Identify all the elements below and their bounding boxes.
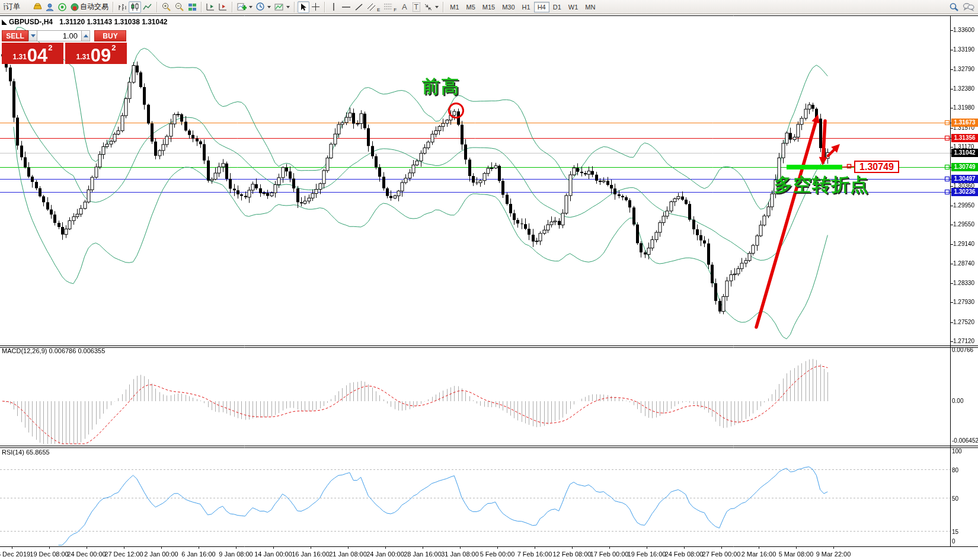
time-tick-label: 5 Mar 08:00 (779, 551, 814, 558)
toolbar: 新订单 自动交易 (0, 0, 978, 14)
sell-price-big: 04 (27, 48, 47, 63)
horizontal-line-button[interactable] (340, 1, 353, 13)
rsi-label: RSI(14) 65.8655 (2, 449, 50, 456)
price-tick-label: 1.33600 (953, 27, 974, 33)
annotation-turning-point: 多空转折点 (774, 172, 869, 197)
timeframe-d1[interactable]: D1 (549, 2, 565, 12)
time-tick-label: 7 Feb 16:00 (517, 551, 552, 558)
buy-button[interactable]: BUY (94, 30, 126, 41)
bar-chart-icon (118, 3, 127, 11)
zoom-out-button[interactable] (173, 1, 186, 13)
profile-icon[interactable] (44, 1, 56, 13)
timeframe-m1[interactable]: M1 (446, 2, 462, 12)
auto-scroll-button[interactable] (217, 1, 229, 13)
gold-block-icon[interactable] (31, 1, 44, 13)
clock-icon (256, 2, 265, 11)
timeframe-h1[interactable]: H1 (519, 2, 534, 12)
toolbar-separator (113, 2, 114, 12)
time-tick-label: 27 Feb 00:00 (702, 551, 741, 558)
price-tick-label: 1.27520 (953, 319, 974, 325)
autotrade-button[interactable]: 自动交易 (69, 1, 110, 13)
fibonacci-button[interactable]: F (382, 1, 398, 13)
time-tick-label: 24 Jan 00:00 (366, 551, 404, 558)
time-tick-label: 19 Feb 16:00 (628, 551, 666, 558)
trade-panel-row2: 1.31 04 2 1.31 09 2 (2, 43, 130, 64)
price-tick-label: 1.27120 (953, 338, 974, 344)
sell-price-box[interactable]: 1.31 04 2 (2, 43, 63, 64)
price-tick-label: 1.29950 (953, 202, 974, 209)
channel-button[interactable]: E (365, 1, 382, 13)
annotation-red-circle-icon (448, 103, 464, 119)
new-order-label: 新订单 (4, 2, 20, 12)
time-tick-label: 24 Dec 00:00 (67, 551, 106, 558)
templates-button[interactable] (273, 1, 292, 13)
annotation-prev-high: 前高 (422, 75, 460, 99)
signal-glyph (58, 3, 67, 11)
autotrade-label: 自动交易 (80, 2, 108, 12)
macd-axis-label: 0.00766 (952, 347, 973, 353)
buy-price-box[interactable]: 1.31 09 2 (65, 43, 127, 64)
toolbar-separator (443, 2, 444, 12)
crosshair-button[interactable] (309, 1, 322, 13)
profile-glyph (46, 3, 55, 11)
timeframe-m30[interactable]: M30 (498, 2, 518, 12)
trendline-button[interactable] (353, 1, 365, 13)
price-tag-1_30749: 1.30749 (951, 163, 978, 171)
search-button[interactable] (947, 1, 961, 13)
price-tick-label: 1.33190 (953, 46, 974, 53)
new-order-button[interactable]: 新订单 (2, 1, 31, 13)
volume-up-button[interactable] (81, 30, 90, 41)
timeframe-mn[interactable]: MN (581, 2, 599, 12)
crosshair-icon (311, 2, 320, 11)
cursor-icon (300, 3, 307, 11)
shift-end-button[interactable] (204, 1, 217, 13)
text-tool-button[interactable]: A (398, 1, 410, 13)
autotrade-icon (71, 3, 79, 11)
tile-windows-button[interactable] (186, 1, 199, 13)
timeframe-m15[interactable]: M15 (479, 2, 498, 12)
label-tool-icon: T (413, 2, 420, 12)
time-tick-label: 9 Mar 22:00 (816, 551, 851, 558)
toolbar-separator (156, 2, 158, 12)
vertical-line-button[interactable] (328, 1, 340, 13)
rsi-axis-label: 50 (952, 495, 958, 502)
arrows-tool-button[interactable] (422, 1, 440, 13)
chat-button[interactable] (961, 1, 976, 13)
timeframe-m5[interactable]: M5 (463, 2, 479, 12)
candlestick-button[interactable] (129, 1, 141, 13)
line-chart-icon (143, 3, 152, 11)
time-tick-label: 17 Feb 00:00 (590, 551, 629, 558)
annotation-level-box: 1.30749 (854, 161, 899, 173)
toolbar-separator (201, 2, 202, 12)
channel-sub-label: E (377, 7, 380, 12)
label-tool-button[interactable]: T (410, 1, 422, 13)
arrows-tool-icon (424, 3, 433, 11)
timeframe-h4[interactable]: H4 (534, 2, 549, 12)
text-tool-icon: A (402, 2, 407, 11)
indicators-icon (237, 2, 247, 11)
price-tag-1_31356: 1.31356 (951, 134, 978, 142)
indicators-button[interactable] (235, 1, 254, 13)
cursor-button[interactable] (298, 1, 309, 13)
chart-canvas[interactable] (0, 0, 978, 560)
time-tick-label: 31 Jan 08:00 (441, 551, 479, 558)
horizontal-line-icon (341, 4, 351, 10)
timeframe-bar: M1M5M15M30H1H4D1W1MN (446, 2, 599, 12)
mt4-window: { "toolbar": { "new_order_label": "新订单",… (0, 0, 978, 560)
volume-down-button[interactable] (28, 30, 37, 41)
periods-button[interactable] (254, 1, 273, 13)
bar-chart-button[interactable] (116, 1, 129, 13)
macd-axis-label: 0.00 (952, 398, 963, 404)
time-tick-label: 5 Feb 00:00 (480, 551, 515, 558)
timeframe-w1[interactable]: W1 (565, 2, 582, 12)
time-tick-label: 2 Mar 16:00 (742, 551, 776, 558)
sell-button[interactable]: SELL (2, 30, 28, 41)
time-tick-label: 28 Jan 16:00 (404, 551, 442, 558)
time-tick-label: 21 Jan 08:00 (329, 551, 367, 558)
price-tag-1_31042: 1.31042 (951, 149, 978, 157)
signal-icon[interactable] (56, 1, 69, 13)
line-chart-button[interactable] (141, 1, 154, 13)
zoom-in-button[interactable] (160, 1, 173, 13)
volume-input[interactable]: 1.00 (37, 30, 81, 41)
toolbar-separator (294, 2, 295, 12)
